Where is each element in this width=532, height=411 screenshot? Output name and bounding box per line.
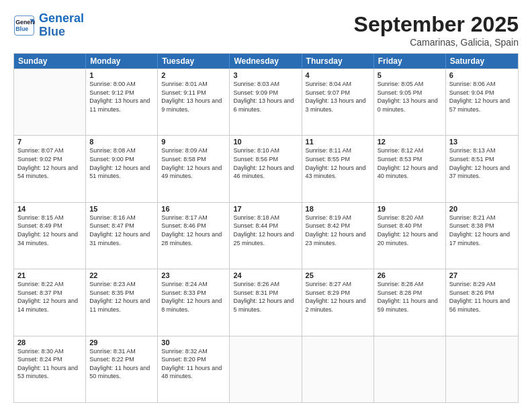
calendar-cell: 7Sunrise: 8:07 AMSunset: 9:02 PMDaylight…	[14, 136, 86, 201]
calendar-row: 28Sunrise: 8:30 AMSunset: 8:24 PMDayligh…	[14, 336, 518, 402]
calendar-cell	[374, 336, 446, 402]
cell-info: Sunrise: 8:17 AMSunset: 8:46 PMDaylight:…	[161, 214, 226, 247]
cell-day-number: 9	[161, 138, 226, 146]
cell-day-number: 22	[89, 271, 154, 279]
cell-day-number: 7	[17, 138, 82, 146]
cell-day-number: 4	[306, 71, 370, 79]
cell-day-number: 1	[89, 71, 154, 79]
cell-info: Sunrise: 8:29 AMSunset: 8:26 PMDaylight:…	[449, 280, 515, 314]
month-title: September 2025	[354, 12, 519, 37]
calendar-cell: 15Sunrise: 8:16 AMSunset: 8:47 PMDayligh…	[86, 203, 158, 269]
calendar-cell: 11Sunrise: 8:11 AMSunset: 8:55 PMDayligh…	[302, 136, 374, 201]
cell-info: Sunrise: 8:12 AMSunset: 8:53 PMDaylight:…	[378, 146, 442, 180]
calendar-cell: 21Sunrise: 8:22 AMSunset: 8:37 PMDayligh…	[14, 269, 86, 335]
cell-day-number: 25	[306, 271, 370, 279]
calendar-cell	[230, 336, 302, 402]
cell-day-number: 18	[306, 205, 370, 213]
cell-info: Sunrise: 8:19 AMSunset: 8:42 PMDaylight:…	[306, 214, 370, 247]
calendar-cell: 18Sunrise: 8:19 AMSunset: 8:42 PMDayligh…	[302, 203, 374, 269]
cell-info: Sunrise: 8:09 AMSunset: 8:58 PMDaylight:…	[161, 146, 226, 180]
cell-day-number: 15	[89, 205, 154, 213]
cell-day-number: 23	[161, 271, 226, 279]
cell-day-number: 21	[17, 271, 82, 279]
cell-info: Sunrise: 8:05 AMSunset: 9:05 PMDaylight:…	[378, 80, 442, 113]
cell-info: Sunrise: 8:26 AMSunset: 8:31 PMDaylight:…	[233, 280, 298, 314]
svg-text:Blue: Blue	[15, 26, 28, 32]
cell-info: Sunrise: 8:01 AMSunset: 9:11 PMDaylight:…	[161, 80, 226, 113]
calendar-cell: 27Sunrise: 8:29 AMSunset: 8:26 PMDayligh…	[446, 269, 518, 335]
cell-info: Sunrise: 8:06 AMSunset: 9:04 PMDaylight:…	[449, 80, 515, 113]
calendar-row: 21Sunrise: 8:22 AMSunset: 8:37 PMDayligh…	[14, 269, 518, 335]
logo: General Blue General Blue	[13, 12, 84, 39]
cell-day-number: 11	[306, 138, 370, 146]
calendar-cell: 26Sunrise: 8:28 AMSunset: 8:28 PMDayligh…	[374, 269, 446, 335]
cell-day-number: 27	[449, 271, 515, 279]
weekday-header: Wednesday	[230, 54, 302, 68]
header: General Blue General Blue September 2025…	[13, 12, 519, 48]
calendar-cell	[302, 336, 374, 402]
page: General Blue General Blue September 2025…	[0, 0, 532, 411]
cell-day-number: 2	[161, 71, 226, 79]
cell-day-number: 28	[17, 338, 82, 347]
weekday-header: Sunday	[14, 54, 86, 68]
cell-info: Sunrise: 8:15 AMSunset: 8:49 PMDaylight:…	[17, 214, 82, 247]
calendar-cell: 2Sunrise: 8:01 AMSunset: 9:11 PMDaylight…	[158, 69, 230, 135]
logo-icon: General Blue	[13, 15, 35, 36]
cell-day-number: 14	[17, 205, 82, 213]
cell-info: Sunrise: 8:03 AMSunset: 9:09 PMDaylight:…	[233, 80, 298, 113]
calendar-row: 7Sunrise: 8:07 AMSunset: 9:02 PMDaylight…	[14, 135, 518, 201]
cell-info: Sunrise: 8:22 AMSunset: 8:37 PMDaylight:…	[17, 280, 82, 314]
calendar-cell: 17Sunrise: 8:18 AMSunset: 8:44 PMDayligh…	[230, 203, 302, 269]
cell-day-number: 16	[161, 205, 226, 213]
cell-day-number: 20	[449, 205, 515, 213]
calendar-cell: 24Sunrise: 8:26 AMSunset: 8:31 PMDayligh…	[230, 269, 302, 335]
cell-info: Sunrise: 8:13 AMSunset: 8:51 PMDaylight:…	[449, 146, 515, 180]
cell-info: Sunrise: 8:20 AMSunset: 8:40 PMDaylight:…	[378, 214, 442, 247]
cell-info: Sunrise: 8:08 AMSunset: 9:00 PMDaylight:…	[89, 146, 154, 180]
cell-day-number: 10	[233, 138, 298, 146]
calendar-cell: 14Sunrise: 8:15 AMSunset: 8:49 PMDayligh…	[14, 203, 86, 269]
cell-day-number: 30	[161, 338, 226, 347]
calendar-row: 14Sunrise: 8:15 AMSunset: 8:49 PMDayligh…	[14, 202, 518, 269]
cell-info: Sunrise: 8:23 AMSunset: 8:35 PMDaylight:…	[89, 280, 154, 314]
calendar-cell: 9Sunrise: 8:09 AMSunset: 8:58 PMDaylight…	[158, 136, 230, 201]
cell-info: Sunrise: 8:00 AMSunset: 9:12 PMDaylight:…	[89, 80, 154, 113]
cell-info: Sunrise: 8:04 AMSunset: 9:07 PMDaylight:…	[306, 80, 370, 113]
calendar-cell: 1Sunrise: 8:00 AMSunset: 9:12 PMDaylight…	[86, 69, 158, 135]
calendar-cell: 25Sunrise: 8:27 AMSunset: 8:29 PMDayligh…	[302, 269, 374, 335]
weekday-header: Tuesday	[158, 54, 230, 68]
calendar-cell: 20Sunrise: 8:21 AMSunset: 8:38 PMDayligh…	[446, 203, 518, 269]
cell-day-number: 5	[378, 71, 442, 79]
cell-day-number: 17	[233, 205, 298, 213]
cell-day-number: 26	[378, 271, 442, 279]
location: Camarinas, Galicia, Spain	[354, 37, 519, 48]
calendar-cell: 8Sunrise: 8:08 AMSunset: 9:00 PMDaylight…	[86, 136, 158, 201]
calendar-cell: 22Sunrise: 8:23 AMSunset: 8:35 PMDayligh…	[86, 269, 158, 335]
cell-info: Sunrise: 8:30 AMSunset: 8:24 PMDaylight:…	[17, 347, 82, 381]
weekday-header: Friday	[374, 54, 446, 68]
cell-info: Sunrise: 8:11 AMSunset: 8:55 PMDaylight:…	[306, 146, 370, 180]
calendar-cell	[446, 336, 518, 402]
calendar-cell: 12Sunrise: 8:12 AMSunset: 8:53 PMDayligh…	[374, 136, 446, 201]
calendar-body: 1Sunrise: 8:00 AMSunset: 9:12 PMDaylight…	[14, 68, 518, 402]
weekday-header: Saturday	[446, 54, 518, 68]
calendar-cell: 19Sunrise: 8:20 AMSunset: 8:40 PMDayligh…	[374, 203, 446, 269]
calendar-header: SundayMondayTuesdayWednesdayThursdayFrid…	[14, 54, 518, 68]
weekday-header: Monday	[86, 54, 158, 68]
cell-day-number: 8	[89, 138, 154, 146]
calendar-cell	[14, 69, 86, 135]
calendar-cell: 16Sunrise: 8:17 AMSunset: 8:46 PMDayligh…	[158, 203, 230, 269]
cell-day-number: 19	[378, 205, 442, 213]
title-block: September 2025 Camarinas, Galicia, Spain	[354, 12, 519, 48]
logo-text: General Blue	[39, 12, 84, 39]
cell-info: Sunrise: 8:10 AMSunset: 8:56 PMDaylight:…	[233, 146, 298, 180]
calendar-cell: 10Sunrise: 8:10 AMSunset: 8:56 PMDayligh…	[230, 136, 302, 201]
cell-info: Sunrise: 8:16 AMSunset: 8:47 PMDaylight:…	[89, 214, 154, 247]
calendar-cell: 6Sunrise: 8:06 AMSunset: 9:04 PMDaylight…	[446, 69, 518, 135]
calendar-row: 1Sunrise: 8:00 AMSunset: 9:12 PMDaylight…	[14, 68, 518, 135]
cell-info: Sunrise: 8:28 AMSunset: 8:28 PMDaylight:…	[378, 280, 442, 314]
cell-info: Sunrise: 8:32 AMSunset: 8:20 PMDaylight:…	[161, 347, 226, 381]
cell-info: Sunrise: 8:27 AMSunset: 8:29 PMDaylight:…	[306, 280, 370, 314]
cell-info: Sunrise: 8:18 AMSunset: 8:44 PMDaylight:…	[233, 214, 298, 247]
cell-info: Sunrise: 8:21 AMSunset: 8:38 PMDaylight:…	[449, 214, 515, 247]
